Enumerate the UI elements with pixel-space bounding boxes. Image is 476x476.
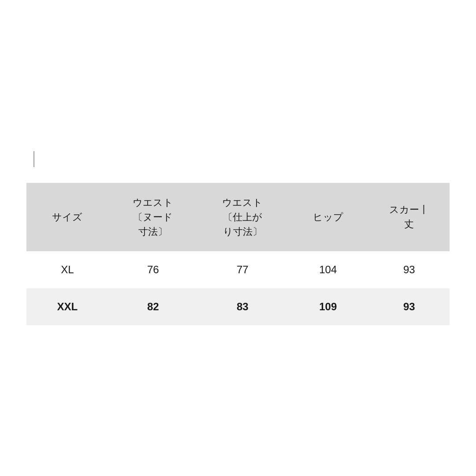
- table-header-row: サイズ ウエスト〔ヌード寸法〕 ウエスト〔仕上がり寸法〕 ヒップ スカー丨丈: [26, 183, 450, 251]
- header-skirt: スカー丨丈: [369, 183, 450, 251]
- cell-size: XL: [26, 251, 108, 288]
- table-row: XXL828310993: [26, 288, 450, 325]
- cell-hip: 104: [287, 251, 369, 288]
- header-waist-nude: ウエスト〔ヌード寸法〕: [108, 183, 198, 251]
- cell-waist-nude: 82: [108, 288, 198, 325]
- header-size: サイズ: [26, 183, 108, 251]
- unit-switcher: [26, 151, 41, 167]
- unit-divider: [33, 151, 34, 167]
- table-row: XL767710493: [26, 251, 450, 288]
- cell-size: XXL: [26, 288, 108, 325]
- cell-waist-nude: 76: [108, 251, 198, 288]
- header-hip: ヒップ: [287, 183, 369, 251]
- cell-skirt: 93: [369, 288, 450, 325]
- cell-skirt: 93: [369, 251, 450, 288]
- size-table: サイズ ウエスト〔ヌード寸法〕 ウエスト〔仕上がり寸法〕 ヒップ スカー丨丈 X…: [26, 183, 450, 325]
- cell-hip: 109: [287, 288, 369, 325]
- header-waist-finish: ウエスト〔仕上がり寸法〕: [198, 183, 287, 251]
- cell-waist-finish: 77: [198, 251, 287, 288]
- cell-waist-finish: 83: [198, 288, 287, 325]
